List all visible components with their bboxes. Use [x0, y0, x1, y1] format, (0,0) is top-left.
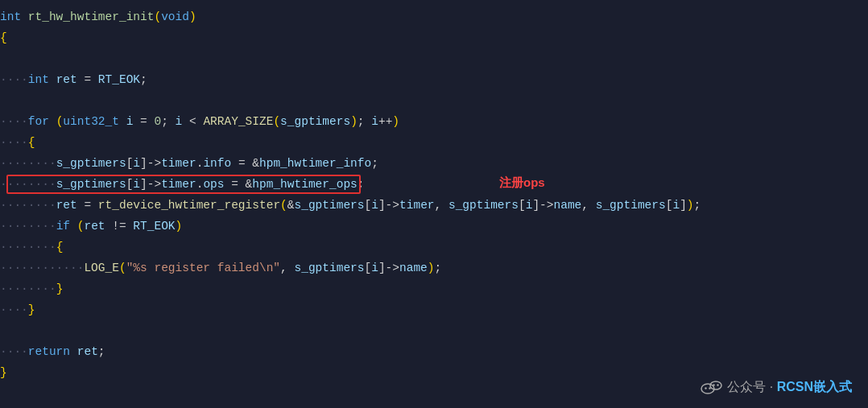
code-line-13: ············ LOG_E ( "%s register failed… [0, 258, 868, 278]
code-line-3 [0, 48, 868, 69]
footer-label: 公众号 · RCSN嵌入式 [727, 379, 852, 396]
code-line-8: ········ s_gptimers [ i ]-> timer . info… [0, 153, 868, 174]
svg-point-2 [705, 387, 707, 389]
code-line-6: ···· for ( uint32_t i = 0 ; i < ARRAY_SI… [0, 111, 868, 132]
code-line-4: ···· int ret = RT_EOK ; [0, 69, 868, 90]
code-container: int rt_hw_hwtimer_init ( void ) { ···· i… [0, 0, 868, 408]
code-line-2: { [0, 27, 868, 48]
code-line-11: ········ if ( ret != RT_EOK ) [0, 216, 868, 237]
wechat-icon [700, 376, 722, 398]
code-line-17: ···· return ret ; [0, 341, 868, 362]
code-line-15: ···· } [0, 299, 868, 320]
func-name: rt_hw_hwtimer_init [28, 10, 155, 23]
code-line-16 [0, 320, 868, 341]
svg-point-3 [709, 387, 711, 389]
annotation-text: 注册ops [499, 175, 545, 191]
code-line-20: INIT_BOARD_EXPORT ( rt_hw_hwtimer_init )… [0, 404, 868, 408]
svg-point-5 [717, 384, 719, 385]
code-line-5 [0, 90, 868, 111]
code-line-12: ········ { [0, 237, 868, 258]
code-line-10: ········ ret = rt_device_hwtimer_registe… [0, 195, 868, 216]
footer: 公众号 · RCSN嵌入式 [700, 376, 852, 398]
code-line-14: ········ } [0, 278, 868, 299]
code-line-9-highlighted: ········ s_gptimers [ i ]-> timer . ops … [0, 174, 868, 195]
svg-point-4 [713, 384, 715, 385]
keyword-int: int [0, 10, 21, 23]
code-line-7: ···· { [0, 132, 868, 153]
code-line-1: int rt_hw_hwtimer_init ( void ) [0, 6, 868, 27]
